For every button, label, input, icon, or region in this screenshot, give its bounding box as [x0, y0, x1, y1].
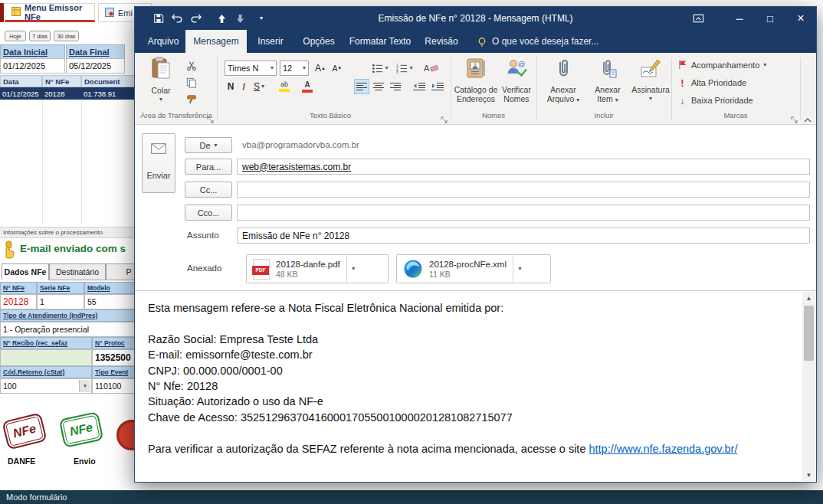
- data-final-field[interactable]: 05/12/2025: [66, 58, 125, 74]
- anexar-arquivo-label-1: Anexar: [550, 85, 575, 94]
- tab-mensagem[interactable]: Mensagem: [185, 30, 247, 53]
- italic-button[interactable]: I: [238, 79, 249, 94]
- attachment-dropdown-icon[interactable]: ▾: [346, 255, 360, 283]
- previous-item-icon[interactable]: [215, 12, 228, 25]
- format-painter-icon[interactable]: [184, 93, 199, 106]
- ribbon-tab-bar: Arquivo Mensagem Inserir Opções Formatar…: [135, 30, 816, 53]
- para-button[interactable]: Para...: [185, 159, 232, 175]
- shrink-font-icon[interactable]: A▼: [330, 61, 345, 76]
- tab-formatar-texto[interactable]: Formatar Texto: [343, 30, 417, 53]
- increase-indent-icon[interactable]: [429, 79, 446, 94]
- underline-button[interactable]: S▾: [251, 79, 267, 94]
- undo-icon[interactable]: [170, 12, 184, 25]
- nfe-serie-value[interactable]: 1: [37, 294, 84, 309]
- xml-edge-icon: [403, 259, 423, 279]
- group-label-transferencia: Área de Transferência: [138, 111, 215, 119]
- assunto-field[interactable]: Emissão de NFe n° 20128: [237, 227, 810, 244]
- scroll-down-icon[interactable]: ▼: [802, 469, 815, 481]
- maximize-button[interactable]: □: [755, 7, 785, 30]
- save-icon[interactable]: [152, 12, 166, 25]
- para-recipient[interactable]: web@terasistemas.com.br: [242, 162, 351, 172]
- dialog-launcher-icon[interactable]: [207, 113, 214, 126]
- catalogo-label-2: Endereços: [457, 94, 495, 103]
- danfe-stamp-icon[interactable]: NFe: [2, 412, 48, 450]
- tipo-atendimento-value[interactable]: 1 - Operação presencial: [0, 322, 153, 337]
- app-tab-label: Menu Emissor NFe: [25, 3, 88, 21]
- catalogo-enderecos-button[interactable]: Catálogo de Endereços: [455, 57, 497, 103]
- tab-inserir[interactable]: Inserir: [247, 30, 294, 53]
- tab-dados-nfe[interactable]: Dados NFe: [2, 263, 49, 280]
- filter-7dias-button[interactable]: 7 dias: [29, 31, 51, 41]
- font-name-combo[interactable]: Times N▾: [225, 61, 277, 76]
- cc-field[interactable]: [237, 182, 810, 198]
- envio-stamp-label: Envio: [74, 457, 96, 466]
- anexar-arquivo-button[interactable]: Anexar Arquivo ▾: [543, 57, 584, 103]
- align-right-icon[interactable]: [388, 79, 403, 94]
- message-text[interactable]: Esta mensagem refere-se a Nota Fiscal El…: [148, 300, 789, 457]
- cc-button[interactable]: Cc...: [185, 182, 232, 198]
- minimize-button[interactable]: ─: [724, 7, 755, 30]
- grow-font-icon[interactable]: A▲: [313, 61, 328, 76]
- font-size-combo[interactable]: 12▾: [280, 61, 309, 76]
- collapse-ribbon-icon[interactable]: [803, 113, 812, 126]
- align-center-icon[interactable]: [371, 79, 386, 94]
- tellme-box[interactable]: O que você deseja fazer...: [489, 30, 619, 53]
- verificar-nomes-button[interactable]: @ Verificar Nomes: [498, 57, 535, 103]
- data-inicial-field[interactable]: 01/12/2025: [0, 58, 65, 74]
- scroll-thumb[interactable]: [804, 306, 814, 361]
- attachment-xml-chip[interactable]: 20128-procNFe.xml 11 KB ▾: [396, 254, 551, 283]
- chevron-down-icon: ▾: [649, 96, 652, 102]
- font-color-icon[interactable]: A: [297, 79, 317, 94]
- nfe-numero-value[interactable]: 20128: [0, 294, 37, 309]
- scroll-up-icon[interactable]: ▲: [802, 292, 815, 304]
- combo-dropdown-icon[interactable]: ▾: [79, 380, 90, 392]
- highlight-color-icon[interactable]: ab: [274, 79, 294, 94]
- enviar-button[interactable]: Enviar: [142, 133, 175, 193]
- low-priority-icon: ↓: [677, 95, 687, 106]
- filter-30dias-button[interactable]: 30 dias: [54, 31, 79, 41]
- assinatura-button[interactable]: Assinatura ▾: [631, 57, 670, 102]
- tab-destinatario[interactable]: Destinatário: [49, 263, 106, 280]
- filter-hoje-button[interactable]: Hoje: [5, 31, 26, 41]
- high-priority-icon: !: [677, 77, 687, 89]
- dialog-launcher-icon[interactable]: [791, 113, 798, 126]
- app-tab-menu-emissor[interactable]: Menu Emissor NFe: [5, 3, 95, 22]
- attachment-pdf-chip[interactable]: PDF 20128-danfe.pdf 48 KB ▾: [246, 254, 389, 283]
- decrease-indent-icon[interactable]: [411, 79, 428, 94]
- message-body[interactable]: Esta mensagem refere-se a Nota Fiscal El…: [135, 290, 816, 482]
- alta-prioridade-button[interactable]: ! Alta Prioridade: [677, 75, 746, 90]
- paperclip-item-icon: [598, 57, 617, 83]
- close-button[interactable]: ×: [785, 7, 816, 30]
- redo-icon[interactable]: [189, 12, 202, 25]
- tab-revisao[interactable]: Revisão: [417, 30, 466, 53]
- attachment-size: 11 KB: [429, 270, 507, 280]
- dialog-launcher-icon[interactable]: [441, 113, 448, 126]
- baixa-prioridade-button[interactable]: ↓ Baixa Prioridade: [677, 93, 753, 108]
- tab-opcoes[interactable]: Opções: [294, 30, 343, 53]
- colar-button[interactable]: Colar ▾: [144, 57, 178, 103]
- body-scrollbar[interactable]: ▲ ▼: [802, 292, 815, 481]
- bold-button[interactable]: N: [225, 79, 237, 94]
- anexar-item-button[interactable]: Anexar Item ▾: [587, 57, 628, 103]
- para-field[interactable]: web@terasistemas.com.br: [237, 159, 810, 175]
- next-item-icon[interactable]: [233, 12, 247, 25]
- copy-icon[interactable]: [184, 76, 199, 90]
- attachment-dropdown-icon[interactable]: ▾: [513, 255, 526, 283]
- ribbon-display-options-icon[interactable]: [691, 12, 705, 25]
- sefaz-link[interactable]: http://www.nfe.fazenda.gov.br/: [589, 443, 737, 455]
- customize-qat-icon[interactable]: ▾: [254, 12, 268, 25]
- acompanhamento-button[interactable]: Acompanhamento ▾: [677, 57, 766, 73]
- clear-formatting-icon[interactable]: A: [421, 61, 440, 76]
- cco-button[interactable]: Cco...: [185, 205, 232, 221]
- cut-icon[interactable]: [184, 59, 199, 73]
- cstat-combobox[interactable]: 100 ▾: [0, 378, 92, 394]
- tab-arquivo[interactable]: Arquivo: [141, 30, 185, 53]
- pdf-icon: PDF: [253, 259, 270, 280]
- de-button[interactable]: De▾: [185, 137, 232, 153]
- align-left-icon[interactable]: [354, 79, 369, 94]
- recibo-value[interactable]: [0, 349, 92, 366]
- numbering-icon[interactable]: 123▾: [394, 61, 415, 76]
- bullets-icon[interactable]: ▾: [369, 61, 391, 76]
- envio-stamp-icon[interactable]: NFe: [59, 411, 104, 448]
- cco-field[interactable]: [237, 205, 810, 221]
